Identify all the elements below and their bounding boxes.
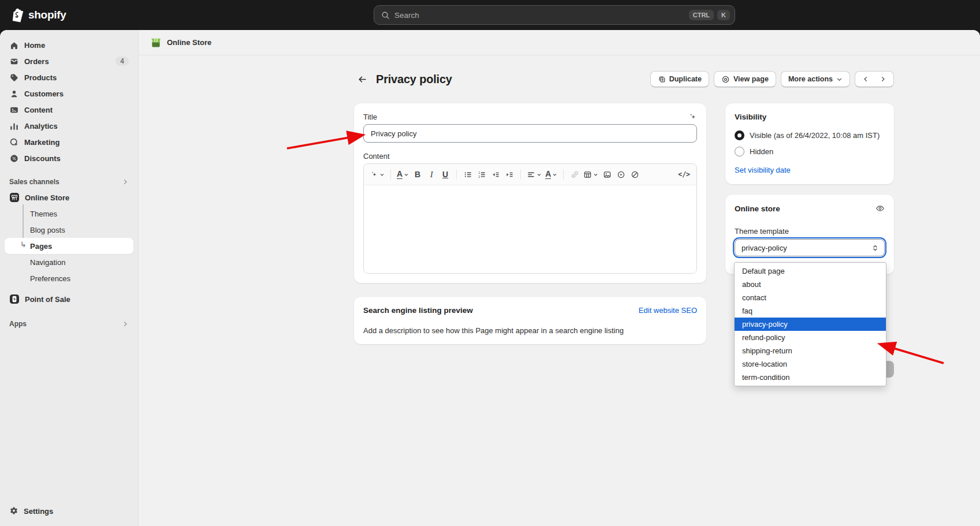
italic-icon[interactable]: I [424,167,438,182]
select-updown-icon [871,244,879,252]
sidebar-header-sales-channels[interactable]: Sales channels [5,174,133,189]
text-color-icon[interactable]: A [543,167,559,182]
theme-template-select[interactable]: privacy-policy [735,239,885,256]
code-icon[interactable]: </> [676,167,692,182]
sidebar-item-content[interactable]: Content [5,102,133,118]
duplicate-button[interactable]: Duplicate [650,71,709,87]
marketing-icon [9,137,19,147]
sidebar-header-apps[interactable]: Apps [5,316,133,331]
duplicate-icon [658,75,666,83]
sidebar: Home Orders 4 Products Customers Content… [0,30,139,526]
chevron-down-icon [404,172,409,177]
customers-icon [9,89,19,99]
numbered-list-icon[interactable]: 12 [475,167,489,182]
title-input[interactable] [363,124,697,143]
sidebar-subitem-preferences[interactable]: Preferences [5,270,133,286]
visibility-option-hidden[interactable]: Hidden [735,147,885,156]
global-search[interactable]: CTRL K [374,5,735,25]
clear-formatting-icon[interactable] [628,167,642,182]
content-icon [9,105,19,115]
outdent-icon[interactable] [489,167,502,182]
theme-template-option[interactable]: term-condition [735,371,886,384]
sidebar-item-marketing[interactable]: Marketing [5,134,133,150]
ai-sparkle-icon[interactable] [688,113,697,121]
sidebar-item-label: Point of Sale [25,295,70,304]
sidebar-item-label: Online Store [25,193,69,202]
page-editor-card: Title Content [354,103,706,283]
chevron-left-icon[interactable] [862,76,869,83]
search-input[interactable] [394,11,685,20]
online-store-subnav: ThemesBlog posts↳PagesNavigationPreferen… [5,206,133,286]
sidebar-item-label: Customers [24,89,64,98]
visibility-option-visible[interactable]: Visible (as of 26/4/2022, 10:08 am IST) [735,130,885,140]
sidebar-subitem-pages[interactable]: ↳Pages [5,238,133,254]
hidden-option-label: Hidden [750,147,773,156]
sidebar-item-home[interactable]: Home [5,37,133,53]
video-icon[interactable] [614,167,628,182]
sidebar-item-customers[interactable]: Customers [5,85,133,102]
theme-template-option[interactable]: shipping-return [735,344,886,357]
bullet-list-icon[interactable] [461,167,475,182]
visible-option-label: Visible (as of 26/4/2022, 10:08 am IST) [750,131,880,140]
theme-template-option[interactable]: privacy-policy [735,318,886,331]
more-actions-button[interactable]: More actions [781,71,850,87]
theme-template-option[interactable]: refund-policy [735,331,886,344]
shopify-logo[interactable]: shopify [10,8,66,23]
theme-template-option[interactable]: about [735,278,886,291]
set-visibility-date-link[interactable]: Set visibility date [735,166,791,174]
shortcut-ctrl-key: CTRL [689,10,714,20]
content-editor-body[interactable] [364,185,696,273]
sidebar-item-settings[interactable]: Settings [5,503,133,519]
theme-template-option[interactable]: Default page [735,264,886,278]
sidebar-subitem-themes[interactable]: Themes [5,206,133,222]
chevron-down-icon [593,172,598,177]
sidebar-item-label: Orders [24,57,49,66]
ai-magic-icon[interactable] [368,167,386,182]
back-button[interactable] [354,71,370,87]
chevron-right-icon [122,178,129,185]
online-store-card: Online store Theme template privacy-poli… [725,195,894,274]
sidebar-item-products[interactable]: Products [5,69,133,85]
rich-text-editor: A B I U 12 A [363,163,697,274]
online-store-icon [9,192,20,203]
theme-template-value: privacy-policy [741,244,787,252]
view-page-button[interactable]: View page [714,71,776,87]
chevron-down-icon [552,172,557,177]
sidebar-item-analytics[interactable]: Analytics [5,118,133,134]
theme-template-option[interactable]: faq [735,304,886,318]
breadcrumb-label: Online Store [167,38,211,47]
main-area: Online Store Privacy policy Duplicate [139,30,980,526]
eye-icon[interactable] [875,204,885,213]
svg-text:s: s [13,297,16,301]
svg-text:2: 2 [478,174,480,178]
bold-icon[interactable]: B [411,167,424,182]
sidebar-subitem-navigation[interactable]: Navigation [5,254,133,270]
toolbar-divider [563,169,564,180]
theme-template-label: Theme template [735,227,885,236]
sidebar-subitem-blog-posts[interactable]: Blog posts [5,222,133,238]
link-icon[interactable] [568,167,582,182]
discounts-icon [9,154,19,163]
sidebar-item-point-of-sale[interactable]: s Point of Sale [5,291,133,307]
page-content: Privacy policy Duplicate View page More … [354,71,894,344]
orders-icon [9,57,19,66]
text-align-icon[interactable] [525,167,543,182]
text-style-icon[interactable]: A [395,167,411,182]
underline-icon[interactable]: U [438,167,452,182]
title-label: Title [363,113,377,121]
chevron-right-icon[interactable] [880,76,886,83]
sidebar-item-online-store[interactable]: Online Store [5,189,133,206]
radio-unselected-icon[interactable] [735,147,744,156]
breadcrumb[interactable]: Online Store [139,30,980,55]
image-icon[interactable] [600,167,614,182]
indent-icon[interactable] [502,167,516,182]
theme-template-option[interactable]: contact [735,291,886,304]
seo-preview-card: Search engine listing preview Edit websi… [354,297,706,344]
sidebar-item-label: Settings [24,507,53,516]
sidebar-item-orders[interactable]: Orders 4 [5,53,133,69]
radio-selected-icon[interactable] [735,130,744,140]
theme-template-option[interactable]: store-location [735,357,886,371]
table-icon[interactable] [582,167,600,182]
edit-website-seo-link[interactable]: Edit website SEO [639,306,697,315]
sidebar-item-discounts[interactable]: Discounts [5,150,133,166]
